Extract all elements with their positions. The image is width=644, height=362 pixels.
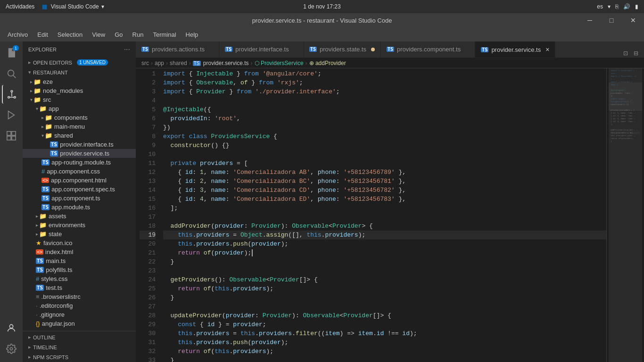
code-line-25: return of(this.providers); — [163, 284, 606, 293]
source-control-icon[interactable] — [2, 85, 21, 104]
code-editor[interactable]: 12345 678910 1112131415 1617181920 21222… — [136, 68, 644, 362]
tree-item-main-ts[interactable]: TS main.ts — [23, 256, 136, 265]
layout-icon[interactable]: ⊟ — [632, 49, 640, 58]
open-editors-section[interactable]: ▸ OPEN EDITORS 1 UNSAVED — [23, 58, 136, 67]
code-line-14: { id: 3, name: 'Comercializadora CD', ph… — [163, 186, 606, 195]
lang-label: es — [597, 3, 603, 10]
tree-item-environments[interactable]: ▸ 📁 environments — [23, 221, 136, 230]
breadcrumb: src › app › shared › TS provider.service… — [136, 58, 644, 68]
restaurant-section[interactable]: ▾ RESTAURANT — [23, 67, 136, 77]
tree-item-index-html[interactable]: <> index.html — [23, 247, 136, 256]
tree-item-app-component-spec[interactable]: TS app.component.spec.ts — [23, 185, 136, 194]
menu-archivo[interactable]: Archivo — [4, 29, 32, 40]
tree-item-provider-interface[interactable]: TS provider.interface.ts — [23, 140, 136, 149]
lang-chevron[interactable]: ▾ — [608, 3, 611, 10]
tree-item-karma-conf[interactable]: K karma.conf.js — [23, 328, 136, 329]
tab-providers-actions[interactable]: TS providers.actions.ts × — [136, 41, 219, 58]
breadcrumb-shared[interactable]: shared — [170, 60, 187, 66]
tree-item-src[interactable]: ▾ 📁 src — [23, 95, 136, 104]
tab-ts-icon: TS — [141, 47, 149, 52]
tree-item-browserslistrc[interactable]: ≡ .browserslistrc — [23, 292, 136, 301]
menu-go[interactable]: Go — [111, 29, 126, 40]
code-line-11: private providers = [ — [163, 159, 606, 168]
minimize-button[interactable]: ─ — [579, 13, 601, 27]
tree-item-shared[interactable]: ▾ 📁 shared — [23, 131, 136, 140]
breadcrumb-sep: › — [151, 60, 153, 66]
activity-bar: 1 — [0, 41, 23, 362]
tree-item-app-routing[interactable]: TS app-routing.module.ts — [23, 158, 136, 167]
code-line-6: providedIn: 'root', — [163, 114, 606, 123]
code-line-32: return of(this.providers); — [163, 347, 606, 356]
code-line-20: this.providers.push(provider); — [163, 239, 606, 248]
code-line-26: } — [163, 293, 606, 302]
maximize-button[interactable]: □ — [601, 13, 622, 27]
tree-item-styles-css[interactable]: # styles.css — [23, 274, 136, 283]
tab-ts-icon: TS — [225, 47, 232, 52]
menu-terminal[interactable]: Terminal — [149, 29, 180, 40]
tree-item-favicon[interactable]: ★ favicon.ico — [23, 239, 136, 247]
tab-providers-state[interactable]: TS providers.state.ts — [304, 41, 381, 58]
tree-item-test-ts[interactable]: TS test.ts — [23, 283, 136, 292]
tree-item-provider-service[interactable]: TS provider.service.ts — [23, 149, 136, 158]
settings-icon[interactable] — [2, 339, 21, 358]
tree-item-app-module[interactable]: TS app.module.ts — [23, 203, 136, 212]
split-editor-icon[interactable]: ⊡ — [621, 49, 630, 58]
npm-scripts-section[interactable]: ▸ NPM SCRIPTS — [23, 352, 136, 362]
tree-item-node-modules[interactable]: ▸ 📁 node_modules — [23, 86, 136, 95]
close-button[interactable]: ✕ — [622, 13, 644, 27]
breadcrumb-sep: › — [166, 60, 168, 66]
tree-item-assets[interactable]: ▸ 📁 assets — [23, 212, 136, 221]
menu-edit[interactable]: Edit — [33, 29, 51, 40]
breadcrumb-sep: › — [251, 60, 253, 66]
code-line-28: updateProvider(provider: Provider): Obse… — [163, 311, 606, 320]
search-icon[interactable] — [2, 64, 21, 83]
menu-selection[interactable]: Selection — [54, 29, 86, 40]
outline-chevron: ▸ — [28, 334, 31, 340]
sidebar-more-icon[interactable]: ··· — [124, 45, 130, 54]
tree-item-components[interactable]: ▸ 📁 components — [23, 113, 136, 122]
tab-label: provider.interface.ts — [235, 46, 289, 53]
tree-item-eze[interactable]: ▸ 📁 eze — [23, 77, 136, 86]
timeline-section[interactable]: ▸ TIMELINE — [23, 342, 136, 352]
tree-item-state[interactable]: ▸ 📁 state — [23, 230, 136, 239]
code-line-19: this.providers = Object.assign([], this.… — [163, 230, 606, 239]
tree-item-app[interactable]: ▾ 📁 app — [23, 104, 136, 113]
tree-item-gitignore[interactable]: · .gitignore — [23, 310, 136, 319]
breadcrumb-file[interactable]: TS provider.service.ts — [193, 60, 249, 66]
menu-view[interactable]: View — [88, 29, 109, 40]
code-content[interactable]: import { Injectable } from '@angular/cor… — [159, 68, 606, 362]
sidebar-header: EXPLORER ··· — [23, 41, 136, 58]
extensions-icon[interactable] — [2, 126, 21, 145]
tree-item-app-component-ts[interactable]: TS app.component.ts — [23, 194, 136, 203]
menu-run[interactable]: Run — [129, 29, 148, 40]
tab-provider-service[interactable]: TS provider.service.ts × — [475, 41, 555, 58]
tab-providers-component[interactable]: TS providers.component.ts × — [381, 41, 475, 58]
tree-item-angular-json[interactable]: {} angular.json — [23, 319, 136, 328]
svg-point-10 — [9, 325, 13, 328]
svg-rect-9 — [12, 136, 16, 140]
tab-close-icon[interactable]: × — [545, 46, 549, 53]
actividades-label[interactable]: Actividades — [6, 3, 34, 10]
tree-item-app-component-css[interactable]: # app.component.css — [23, 167, 136, 176]
breadcrumb-class[interactable]: ⬡ ProvidersService — [255, 60, 304, 66]
tab-label: providers.actions.ts — [152, 46, 205, 53]
breadcrumb-src[interactable]: src — [141, 60, 149, 66]
os-bar: Actividades ▩ Visual Studio Code ▾ 1 de … — [0, 0, 644, 13]
tab-provider-interface[interactable]: TS provider.interface.ts × — [219, 41, 304, 58]
explorer-icon[interactable]: 1 — [2, 43, 21, 62]
tree-item-app-component-html[interactable]: <> app.component.html — [23, 176, 136, 185]
tree-item-polyfills[interactable]: TS polyfills.ts — [23, 265, 136, 274]
menu-help[interactable]: Help — [182, 29, 202, 40]
outline-section[interactable]: ▸ OUTLINE — [23, 331, 136, 342]
main-content: 1 EXPLORER ··· ▸ — [0, 41, 644, 362]
window-title: provider.service.ts - restaurant - Visua… — [252, 17, 392, 24]
breadcrumb-method[interactable]: ⊕ addProvider — [309, 60, 346, 66]
svg-point-0 — [8, 70, 14, 76]
breadcrumb-app[interactable]: app — [155, 60, 164, 66]
debug-icon[interactable] — [2, 106, 21, 124]
tree-item-editorconfig[interactable]: · .editorconfig — [23, 301, 136, 310]
breadcrumb-sep: › — [189, 60, 191, 66]
account-icon[interactable] — [2, 319, 21, 337]
code-line-23 — [163, 266, 606, 275]
tree-item-main-menu[interactable]: ▸ 📁 main-menu — [23, 122, 136, 131]
